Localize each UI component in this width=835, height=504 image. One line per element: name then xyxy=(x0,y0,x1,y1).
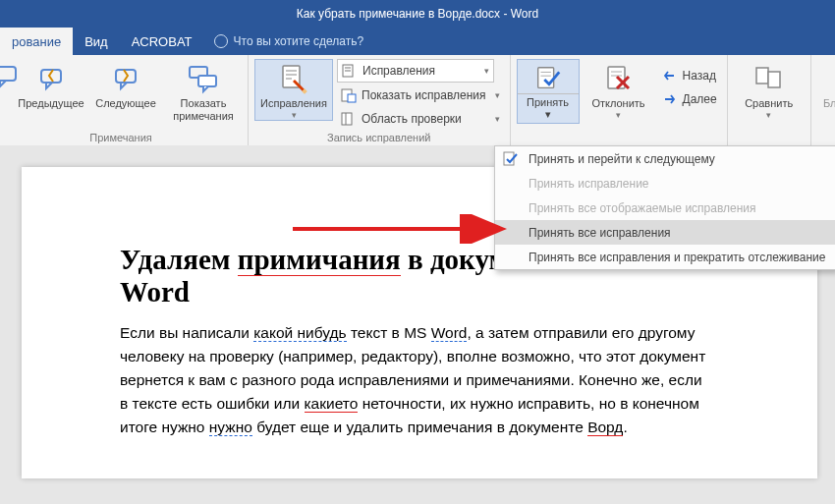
tab-acrobat[interactable]: ACROBAT xyxy=(120,28,204,55)
reviewing-pane-icon xyxy=(341,111,357,127)
show-comments-icon xyxy=(188,63,219,94)
reviewing-pane-button[interactable]: Область проверки ▾ xyxy=(337,108,504,130)
block-authors-button: Блокировать авторов ▾ xyxy=(817,59,835,134)
chevron-down-icon: ▾ xyxy=(766,110,771,120)
next-comment-button[interactable]: Следующее xyxy=(90,59,161,111)
bulb-icon xyxy=(214,34,228,48)
svg-rect-4 xyxy=(198,76,216,86)
track-changes-icon xyxy=(278,63,309,94)
doc-paragraph[interactable]: Если вы написали какой нибудь текст в MS… xyxy=(120,321,709,439)
doc-title: Как убрать примечание в Ворде.docx - Wor… xyxy=(297,7,538,21)
show-markup-icon xyxy=(341,87,357,103)
svg-rect-14 xyxy=(348,94,356,102)
menu-accept-all-stop[interactable]: Принять все исправления и прекратить отс… xyxy=(495,245,835,269)
tab-review[interactable]: рование xyxy=(0,28,73,55)
accept-icon xyxy=(532,64,564,93)
svg-rect-24 xyxy=(768,72,780,87)
prev-change-button[interactable]: Назад xyxy=(658,65,721,86)
chevron-down-icon: ▾ xyxy=(484,66,489,76)
accept-button[interactable]: Принять ▾ xyxy=(517,59,580,124)
next-change-icon xyxy=(662,91,678,107)
show-comments-button[interactable]: Показать примечания xyxy=(165,59,242,123)
next-change-button[interactable]: Далее xyxy=(658,88,721,110)
chevron-down-icon: ▾ xyxy=(616,110,621,120)
group-label-tracking: Запись исправлений xyxy=(254,131,504,143)
menu-accept-shown: Принять все отображаемые исправления xyxy=(495,196,835,220)
show-markup-button[interactable]: Показать исправления ▾ xyxy=(337,84,504,106)
accept-next-icon xyxy=(503,151,519,167)
chevron-down-icon: ▾ xyxy=(495,90,500,100)
svg-rect-17 xyxy=(537,68,553,88)
tell-me-search[interactable]: Что вы хотите сделать? xyxy=(204,28,374,55)
menu-accept-change: Принять исправление xyxy=(495,171,835,196)
track-changes-button[interactable]: Исправления ▾ xyxy=(254,59,333,121)
display-mode-icon xyxy=(342,63,358,79)
titlebar: Как убрать примечание в Ворде.docx - Wor… xyxy=(0,0,835,28)
compare-button[interactable]: Сравнить ▾ xyxy=(734,59,805,121)
group-label-changes xyxy=(517,131,721,143)
reject-icon xyxy=(603,63,635,94)
chevron-down-icon: ▾ xyxy=(545,108,551,120)
menu-accept-next[interactable]: Принять и перейти к следующему xyxy=(495,146,835,171)
prev-comment-icon xyxy=(35,63,67,94)
next-comment-icon xyxy=(110,63,141,94)
svg-rect-15 xyxy=(342,113,352,125)
prev-change-icon xyxy=(662,68,678,84)
tab-view[interactable]: Вид xyxy=(73,28,120,55)
accept-menu: Принять и перейти к следующему Принять и… xyxy=(494,145,835,270)
ribbon: Предыдущее Следующее Показать примечания… xyxy=(0,55,835,146)
compare-icon xyxy=(753,63,785,94)
ribbon-tabs: рование Вид ACROBAT Что вы хотите сделат… xyxy=(0,28,835,55)
reject-button[interactable]: Отклонить ▾ xyxy=(584,59,654,121)
menu-accept-all[interactable]: Принять все исправления xyxy=(495,220,835,245)
group-label-comments: Примечания xyxy=(0,131,242,143)
chevron-down-icon: ▾ xyxy=(292,110,297,120)
svg-rect-23 xyxy=(756,68,768,84)
chevron-down-icon: ▾ xyxy=(495,114,500,124)
svg-rect-0 xyxy=(0,67,16,81)
display-for-review-select[interactable]: Исправления ▾ xyxy=(337,59,494,83)
prev-comment-button[interactable]: Предыдущее xyxy=(16,59,86,111)
